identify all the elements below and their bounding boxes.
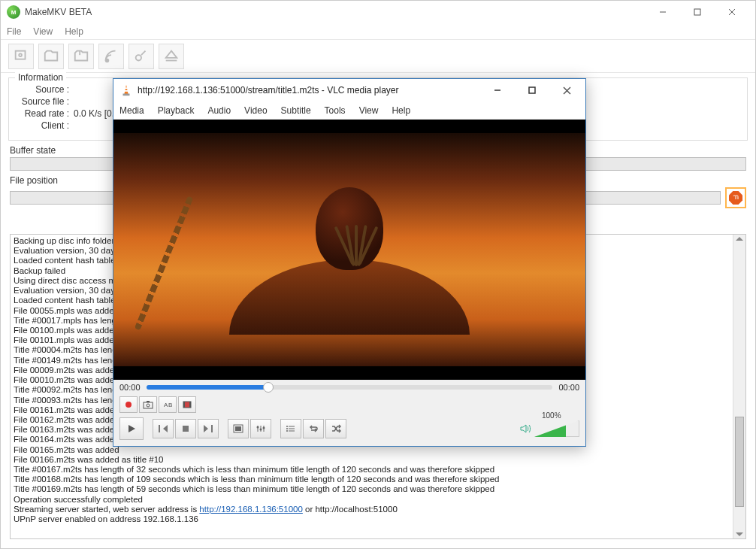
settings-icon[interactable] bbox=[129, 44, 154, 69]
menu-help[interactable]: Help bbox=[65, 26, 83, 37]
makemkv-title: MakeMKV BETA bbox=[25, 7, 646, 17]
next-button[interactable] bbox=[198, 419, 219, 438]
makemkv-titlebar: M MakeMKV BETA bbox=[1, 1, 755, 23]
svg-point-6 bbox=[106, 59, 109, 62]
menu-audio[interactable]: Audio bbox=[207, 105, 231, 116]
seek-fill bbox=[147, 385, 268, 390]
svg-rect-16 bbox=[144, 402, 153, 408]
readrate-label: Read rate : bbox=[17, 108, 69, 119]
loop-button[interactable] bbox=[303, 419, 324, 438]
svg-point-31 bbox=[260, 429, 262, 431]
menu-media[interactable]: Media bbox=[119, 105, 144, 116]
svg-point-32 bbox=[263, 427, 265, 429]
window-controls bbox=[646, 1, 749, 23]
stream-url-link[interactable]: http://192.168.1.136:51000 bbox=[199, 505, 302, 514]
seek-knob[interactable] bbox=[263, 382, 274, 393]
shuffle-button[interactable] bbox=[325, 419, 346, 438]
svg-text:B: B bbox=[168, 402, 172, 408]
record-button[interactable] bbox=[119, 396, 138, 413]
menu-subtitle[interactable]: Subtitle bbox=[281, 105, 311, 116]
seek-bar-row: 00:00 00:00 bbox=[113, 380, 585, 395]
stop-button[interactable] bbox=[725, 187, 746, 208]
menu-view-vlc[interactable]: View bbox=[359, 105, 379, 116]
menu-file[interactable]: File bbox=[7, 26, 21, 37]
svg-rect-24 bbox=[183, 426, 189, 432]
menu-view[interactable]: View bbox=[33, 26, 53, 37]
play-button[interactable] bbox=[119, 417, 144, 440]
svg-rect-22 bbox=[183, 402, 185, 408]
vlc-minimize-button[interactable] bbox=[480, 79, 515, 102]
menu-video[interactable]: Video bbox=[244, 105, 267, 116]
sourcefile-label: Source file : bbox=[17, 96, 69, 107]
maximize-button[interactable] bbox=[680, 1, 715, 23]
stream-icon[interactable] bbox=[98, 44, 124, 69]
volume-percent: 100% bbox=[542, 411, 561, 420]
svg-point-7 bbox=[136, 55, 141, 60]
svg-rect-18 bbox=[147, 401, 150, 402]
svg-point-37 bbox=[286, 428, 288, 429]
open-file-icon[interactable] bbox=[8, 44, 34, 69]
vlc-app-icon bbox=[119, 83, 133, 97]
save-folder-icon[interactable] bbox=[68, 44, 94, 69]
vlc-titlebar[interactable]: http://192.168.1.136:51000/stream/title1… bbox=[113, 79, 585, 102]
playback-controls-row: 100% bbox=[113, 414, 585, 446]
speaker-icon[interactable] bbox=[519, 423, 531, 434]
menu-playback[interactable]: Playback bbox=[158, 105, 195, 116]
client-label: Client : bbox=[17, 120, 69, 131]
previous-button[interactable] bbox=[153, 419, 174, 438]
video-frame bbox=[113, 133, 585, 366]
video-area[interactable] bbox=[113, 120, 585, 380]
svg-point-38 bbox=[286, 430, 288, 432]
frame-step-button[interactable] bbox=[178, 396, 196, 413]
chain-graphic bbox=[135, 196, 194, 330]
volume-slider[interactable] bbox=[534, 420, 579, 437]
svg-point-36 bbox=[286, 426, 288, 427]
menu-help-vlc[interactable]: Help bbox=[392, 105, 410, 116]
svg-rect-1 bbox=[694, 9, 700, 15]
eject-icon[interactable] bbox=[159, 44, 184, 69]
time-total[interactable]: 00:00 bbox=[558, 383, 579, 392]
seek-slider[interactable] bbox=[147, 385, 553, 390]
record-icon bbox=[125, 402, 132, 408]
svg-rect-11 bbox=[123, 94, 130, 96]
vlc-window: http://192.168.1.136:51000/stream/title1… bbox=[113, 78, 586, 447]
svg-rect-26 bbox=[235, 426, 241, 431]
minimize-button[interactable] bbox=[646, 1, 680, 23]
playlist-button[interactable] bbox=[280, 419, 301, 438]
log-scrollbar[interactable] bbox=[733, 235, 745, 538]
open-folder-icon[interactable] bbox=[38, 44, 64, 69]
makemkv-toolbar bbox=[1, 40, 755, 73]
snapshot-button[interactable] bbox=[139, 396, 157, 413]
svg-point-30 bbox=[257, 426, 259, 429]
svg-rect-10 bbox=[125, 90, 129, 92]
volume-area: 100% bbox=[519, 420, 579, 437]
stop-playback-button[interactable] bbox=[175, 419, 196, 438]
scrollbar-thumb[interactable] bbox=[735, 417, 744, 507]
information-legend: Information bbox=[15, 72, 66, 83]
svg-rect-9 bbox=[125, 87, 128, 89]
vlc-menubar: Media Playback Audio Video Subtitle Tool… bbox=[113, 102, 585, 120]
figure-graphic bbox=[267, 152, 432, 347]
fullscreen-button[interactable] bbox=[228, 419, 249, 438]
stop-icon bbox=[729, 191, 742, 205]
svg-rect-4 bbox=[16, 50, 26, 59]
vlc-title: http://192.168.1.136:51000/stream/title1… bbox=[138, 85, 480, 96]
source-label: Source : bbox=[17, 84, 69, 95]
vlc-maximize-button[interactable] bbox=[515, 79, 549, 102]
close-button[interactable] bbox=[715, 1, 749, 23]
time-elapsed[interactable]: 00:00 bbox=[119, 383, 141, 392]
svg-rect-13 bbox=[529, 87, 535, 93]
menu-tools[interactable]: Tools bbox=[325, 105, 346, 116]
svg-point-5 bbox=[19, 53, 22, 56]
advanced-controls-row: AB bbox=[113, 395, 585, 414]
makemkv-app-icon: M bbox=[7, 5, 20, 19]
vlc-close-button[interactable] bbox=[549, 79, 584, 102]
extended-settings-button[interactable] bbox=[250, 419, 271, 438]
loop-ab-button[interactable]: AB bbox=[159, 396, 177, 413]
svg-rect-23 bbox=[189, 402, 191, 408]
svg-point-17 bbox=[147, 404, 150, 407]
makemkv-menubar: File View Help bbox=[1, 23, 755, 40]
